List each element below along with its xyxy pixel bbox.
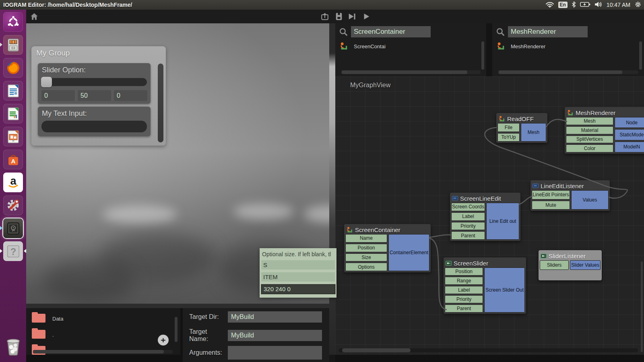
export-button[interactable] — [320, 12, 330, 21]
graph-node-lineeditlistener[interactable]: LineEditListener LineEdit Pointers Mute … — [530, 180, 610, 211]
graph-vscrollbar[interactable] — [641, 261, 643, 352]
port-input[interactable]: Label — [445, 286, 483, 294]
port-output[interactable]: Line Edit out — [486, 203, 519, 240]
keyboard-layout-indicator[interactable]: En — [558, 2, 568, 8]
system-bar: IOGRAM Editor: /home/hal/Desktop/MeshFra… — [0, 0, 644, 10]
volume-icon[interactable] — [594, 1, 603, 9]
graph-node-screencontainer[interactable]: ScreenContainer Name Position Size Optio… — [344, 224, 431, 272]
port-input[interactable]: Range — [445, 277, 483, 285]
target-dir-input[interactable]: MyBuild — [228, 311, 322, 323]
play-button[interactable] — [361, 12, 371, 21]
graph-node-readoff[interactable]: ReadOFF File ToYUp Mesh — [496, 113, 547, 143]
node-header: MeshRenderer — [566, 108, 644, 117]
wifi-icon[interactable] — [545, 1, 554, 9]
build-form: Target Dir: MyBuild Target Name: MyBuild… — [183, 308, 329, 362]
slider-value-field[interactable]: 50 — [78, 90, 111, 101]
graph-node-sliderlistener[interactable]: SliderListener Sliders Slider Values — [539, 250, 602, 280]
port-output[interactable]: StaticMode — [615, 129, 644, 140]
slider-track[interactable] — [41, 78, 147, 86]
launcher-item-ubuntu-dash[interactable] — [3, 12, 23, 32]
launcher-item-amazon[interactable]: a — [3, 173, 23, 192]
graph-hscrollbar[interactable] — [339, 348, 638, 352]
search-vscrollbar[interactable] — [639, 41, 642, 70]
session-gear-icon[interactable] — [634, 1, 642, 9]
port-input[interactable]: Parent — [451, 231, 485, 240]
add-file-button[interactable]: + — [158, 335, 169, 346]
port-input[interactable]: SplitVertices — [566, 136, 613, 144]
files-hscrollbar[interactable] — [33, 350, 173, 354]
tooltip-row-s[interactable]: S — [261, 260, 335, 269]
graph-node-meshrenderer[interactable]: MeshRenderer Mesh Material SplitVertices… — [565, 107, 644, 154]
target-name-input[interactable]: MyBuild — [228, 330, 322, 341]
port-input[interactable]: Material — [566, 126, 613, 134]
search-input[interactable]: MeshRenderer — [508, 26, 588, 37]
group-scrollbar[interactable] — [158, 64, 163, 142]
port-input[interactable]: Parent — [445, 304, 483, 313]
port-output[interactable]: Screen Slider Out — [484, 267, 525, 313]
search-result[interactable]: ScreenContai — [339, 42, 386, 51]
launcher-item-firefox[interactable] — [3, 58, 23, 78]
launcher-item-libreoffice-impress[interactable] — [3, 127, 23, 146]
port-input[interactable]: Name — [345, 234, 387, 243]
my-text-input[interactable] — [41, 121, 147, 132]
save-button[interactable] — [334, 12, 344, 21]
slider-number-row: 0 50 0 — [41, 90, 147, 101]
launcher-item-iogram-safe[interactable] — [3, 218, 23, 238]
files-vscrollbar[interactable] — [175, 317, 178, 342]
graph-node-screenslider[interactable]: ScreenSlider Position Range Label Priori… — [444, 257, 526, 314]
person-desk-icon — [567, 109, 574, 116]
search-hscrollbar[interactable] — [498, 70, 638, 74]
battery-icon[interactable] — [580, 2, 590, 8]
arguments-input[interactable] — [228, 346, 322, 360]
search-hscrollbar[interactable] — [341, 70, 481, 74]
launcher-item-software-center[interactable]: A — [3, 150, 23, 169]
launcher-item-trash[interactable] — [3, 336, 23, 356]
group-title: My Group — [31, 46, 166, 58]
file-item[interactable]: Data — [31, 311, 63, 323]
port-input[interactable]: Sliders — [540, 260, 569, 270]
port-input[interactable]: Priority — [445, 295, 483, 303]
port-input[interactable]: Options — [345, 263, 387, 271]
graph-node-screenlineedit[interactable]: ScreenLineEdit Screen Coords Label Prior… — [450, 193, 520, 241]
port-input[interactable]: Mesh — [566, 117, 613, 125]
port-input[interactable]: File — [497, 123, 520, 132]
launcher-item-files[interactable] — [3, 35, 23, 55]
bluetooth-icon[interactable] — [572, 1, 576, 9]
port-input[interactable]: Mute — [532, 201, 570, 210]
slider-step-field[interactable]: 0 — [114, 90, 147, 101]
launcher-item-help[interactable]: ? — [3, 241, 23, 261]
port-input[interactable]: Size — [345, 253, 387, 262]
viewport-bottom-divider — [26, 304, 329, 308]
tooltip-size-input[interactable]: 320 240 0 — [261, 284, 335, 294]
port-input[interactable]: Color — [566, 144, 613, 152]
port-input[interactable]: LineEdit Pointers — [532, 190, 570, 200]
port-output[interactable]: Values — [571, 190, 609, 210]
launcher-item-libreoffice-calc[interactable] — [3, 104, 23, 123]
port-input[interactable]: Screen Coords — [451, 203, 485, 211]
home-button[interactable] — [29, 12, 39, 21]
port-input[interactable]: Position — [345, 244, 387, 252]
launcher-item-system-settings[interactable] — [3, 195, 23, 215]
graph-view[interactable]: MyGraphView ReadOFF File ToYUp — [335, 76, 644, 355]
file-item[interactable]: . — [31, 327, 54, 339]
port-output[interactable]: ModelN — [615, 142, 644, 152]
search-input[interactable]: ScreenContainer — [351, 26, 431, 37]
panel-splitter[interactable] — [329, 23, 335, 355]
port-input[interactable]: ToYUp — [497, 133, 520, 142]
port-input[interactable]: Position — [445, 267, 483, 276]
tooltip-row-item[interactable]: ITEM — [261, 272, 335, 282]
step-forward-button[interactable] — [347, 12, 357, 21]
port-output[interactable]: Node — [615, 117, 644, 128]
port-output[interactable]: Mesh — [521, 123, 546, 142]
unity-launcher: A a ? — [0, 10, 26, 362]
slider-handle[interactable] — [41, 77, 52, 87]
slider-min-field[interactable]: 0 — [41, 90, 75, 101]
port-input[interactable]: Priority — [451, 222, 485, 230]
clock[interactable]: 10:47 AM — [607, 2, 630, 8]
port-input[interactable]: Label — [451, 212, 485, 221]
launcher-item-libreoffice-writer[interactable] — [3, 81, 23, 101]
port-output[interactable]: ContainerElement — [388, 234, 429, 271]
port-output[interactable]: Slider Values — [570, 260, 601, 270]
search-result[interactable]: MeshRenderer — [496, 42, 545, 51]
search-vscrollbar[interactable] — [481, 41, 484, 70]
